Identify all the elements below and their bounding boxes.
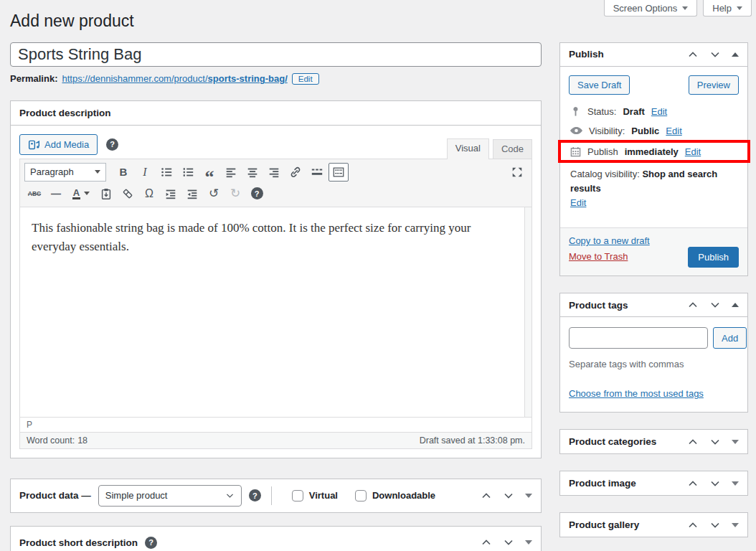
read-more-button[interactable] [307, 163, 327, 182]
toggle-panel-button[interactable] [732, 303, 739, 307]
product-title-input[interactable] [10, 42, 542, 67]
increase-indent-button[interactable] [182, 184, 202, 203]
toggle-panel-button[interactable] [732, 440, 739, 444]
move-down-button[interactable] [503, 537, 514, 548]
help-icon: ? [251, 187, 263, 199]
decrease-indent-button[interactable] [161, 184, 181, 203]
downloadable-label: Downloadable [372, 490, 435, 501]
move-down-button[interactable] [709, 478, 721, 489]
tab-visual[interactable]: Visual [447, 138, 489, 159]
post-status-icon [570, 106, 581, 117]
downloadable-checkbox[interactable] [355, 490, 367, 501]
numbered-list-icon [181, 166, 194, 179]
bulleted-list-icon [160, 166, 173, 179]
fullscreen-button[interactable] [507, 163, 527, 182]
description-text[interactable]: This fashionable string bag is made of 1… [20, 207, 531, 268]
clipboard-icon [100, 187, 113, 200]
screen-meta-links: Screen Options Help [604, 0, 752, 17]
special-character-button[interactable]: Ω [139, 184, 159, 203]
editor-content-area[interactable]: This fashionable string bag is made of 1… [20, 207, 531, 417]
move-down-button[interactable] [709, 519, 721, 531]
panel-title: Product gallery [569, 519, 639, 530]
panel-title: Product tags [569, 300, 628, 311]
bold-button[interactable]: B [113, 163, 133, 182]
align-right-button[interactable] [264, 163, 284, 182]
toggle-panel-button[interactable] [732, 52, 739, 57]
editor-help-button[interactable]: ? [247, 184, 267, 203]
toggle-panel-button[interactable] [732, 481, 739, 486]
link-button[interactable] [285, 163, 306, 182]
copy-to-new-draft-link[interactable]: Copy to a new draft [569, 235, 739, 246]
help-button[interactable]: Help [703, 0, 752, 17]
panel-title: Product categories [569, 436, 656, 447]
move-up-button[interactable] [687, 519, 699, 531]
outdent-icon [164, 187, 177, 200]
product-image-panel: Product image [559, 471, 748, 496]
align-left-button[interactable] [221, 163, 241, 182]
read-more-icon [311, 166, 323, 179]
toolbar-toggle-button[interactable] [329, 163, 349, 182]
tab-code[interactable]: Code [493, 139, 532, 159]
editor-scrollbar[interactable] [524, 207, 531, 417]
choose-most-used-tags-link[interactable]: Choose from the most used tags [569, 388, 704, 399]
preview-button[interactable]: Preview [689, 75, 739, 95]
move-up-button[interactable] [687, 299, 699, 311]
tags-hint: Separate tags with commas [569, 359, 739, 369]
clear-formatting-button[interactable] [118, 184, 138, 203]
fullscreen-icon [511, 166, 524, 179]
product-categories-panel: Product categories [559, 429, 748, 454]
toggle-panel-button[interactable] [525, 540, 532, 545]
save-draft-button[interactable]: Save Draft [569, 75, 630, 95]
move-up-button[interactable] [687, 436, 699, 448]
italic-button[interactable]: I [135, 163, 155, 182]
blockquote-button[interactable]: “ [199, 163, 219, 182]
redo-button[interactable]: ↻ [225, 184, 245, 203]
permalink-link[interactable]: https://dennishammer.com/product/sports-… [62, 73, 287, 84]
move-up-button[interactable] [481, 537, 492, 548]
new-tag-input[interactable] [569, 327, 708, 349]
calendar-icon [570, 146, 581, 157]
virtual-checkbox[interactable] [292, 490, 303, 501]
edit-catalog-visibility-link[interactable]: Edit [570, 197, 586, 208]
toggle-panel-button[interactable] [525, 494, 532, 498]
add-tag-button[interactable]: Add [713, 327, 747, 349]
strikethrough-button[interactable]: ABC [24, 184, 44, 203]
edit-permalink-button[interactable]: Edit [292, 73, 319, 85]
editor-mode-tabs: Visual Code [443, 138, 532, 159]
add-media-button[interactable]: Add Media [19, 134, 98, 155]
element-path[interactable]: P [20, 417, 531, 432]
numbered-list-button[interactable] [178, 163, 198, 182]
help-icon[interactable]: ? [145, 537, 157, 549]
move-up-button[interactable] [481, 490, 492, 501]
horizontal-rule-button[interactable]: — [46, 184, 66, 203]
move-up-button[interactable] [687, 49, 699, 60]
publish-button[interactable]: Publish [688, 247, 739, 268]
word-count-value: 18 [77, 435, 88, 446]
edit-status-link[interactable]: Edit [651, 106, 667, 117]
move-down-button[interactable] [709, 299, 721, 311]
move-down-button[interactable] [503, 490, 514, 501]
align-center-button[interactable] [242, 163, 263, 182]
move-up-button[interactable] [687, 478, 699, 489]
panel-title: Product data — [19, 490, 91, 501]
move-down-button[interactable] [709, 49, 721, 60]
product-data-panel: Product data — Simple product ? Virtual … [10, 479, 542, 513]
panel-title: Product short description [19, 537, 138, 548]
help-icon[interactable]: ? [106, 138, 118, 151]
screen-options-button[interactable]: Screen Options [604, 0, 698, 17]
publish-schedule-row: Publishimmediately Edit [570, 146, 737, 157]
move-down-button[interactable] [709, 436, 721, 448]
toggle-panel-button[interactable] [732, 523, 739, 527]
bulleted-list-button[interactable] [156, 163, 176, 182]
product-type-select[interactable]: Simple product [98, 485, 242, 507]
edit-visibility-link[interactable]: Edit [666, 126, 681, 136]
chevron-down-icon [682, 6, 688, 10]
visibility-value: Public [631, 126, 659, 136]
help-icon[interactable]: ? [249, 489, 261, 501]
edit-schedule-link[interactable]: Edit [685, 146, 701, 157]
virtual-label: Virtual [309, 490, 338, 501]
text-color-button[interactable]: A [67, 184, 95, 203]
chevron-down-icon [84, 192, 90, 195]
paragraph-format-select[interactable]: Paragraph [24, 163, 106, 182]
paste-as-text-button[interactable] [96, 184, 116, 203]
